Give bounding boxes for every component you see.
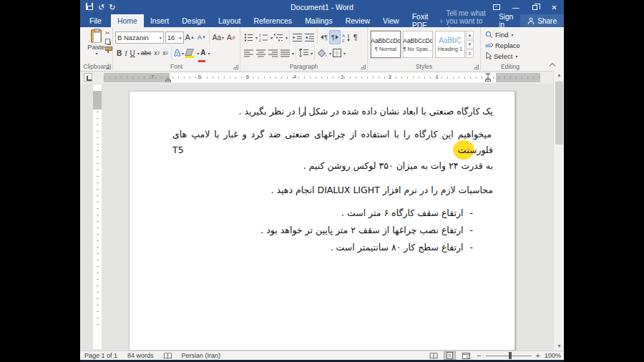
- font-size-combobox[interactable]: 16 ▾: [165, 31, 184, 44]
- styles-scroll-down-button[interactable]: ▼: [466, 40, 474, 49]
- tab-review[interactable]: Review: [339, 14, 376, 27]
- ribbon-display-options-button[interactable]: ^: [487, 0, 506, 14]
- tab-selector-button[interactable]: [84, 73, 92, 82]
- clear-formatting-button[interactable]: A: [225, 30, 238, 44]
- list-item[interactable]: -ارتفاع سقف کارگاه ۶ متر است .: [172, 205, 473, 222]
- right-indent-marker[interactable]: [485, 73, 491, 82]
- paragraph-1[interactable]: یک کارگاه صنعتی با ابعاد نشان داده شده د…: [172, 104, 493, 119]
- minimize-button[interactable]: —: [506, 0, 525, 14]
- change-case-button[interactable]: Aa▾: [211, 30, 225, 44]
- tab-design[interactable]: Design: [175, 14, 212, 27]
- highlight-button[interactable]: [184, 46, 196, 60]
- numbering-button[interactable]: 12: [258, 30, 270, 44]
- zoom-slider-thumb[interactable]: [509, 352, 512, 359]
- undo-button[interactable]: ↺▾: [98, 3, 104, 12]
- tab-home[interactable]: Home: [111, 14, 144, 27]
- scrollbar-thumb[interactable]: [555, 82, 563, 145]
- select-button[interactable]: Select▾: [483, 51, 537, 61]
- left-indent-marker[interactable]: [165, 77, 171, 82]
- style-card-no-spacing[interactable]: AaBbCcDc ¶ No Spac...: [403, 31, 433, 58]
- font-name-combobox[interactable]: B Nazanin ▾: [115, 31, 164, 44]
- paragraph-dialog-launcher[interactable]: [361, 64, 366, 69]
- web-layout-button[interactable]: [460, 351, 472, 360]
- grow-font-button[interactable]: A▲: [184, 30, 196, 44]
- styles-dialog-launcher[interactable]: [474, 64, 479, 69]
- justify-button[interactable]: [279, 46, 291, 60]
- read-mode-button[interactable]: [427, 351, 439, 360]
- restore-button[interactable]: [525, 0, 545, 14]
- scroll-up-button[interactable]: ▲: [554, 70, 565, 79]
- redo-button[interactable]: ↻: [109, 3, 115, 12]
- proofing-book-icon[interactable]: [164, 353, 172, 359]
- vertical-ruler[interactable]: [93, 84, 102, 349]
- print-layout-button[interactable]: [444, 351, 456, 360]
- word-count-label[interactable]: 84 words: [127, 352, 154, 359]
- replace-button[interactable]: ab Replace: [483, 40, 537, 50]
- copy-button[interactable]: [105, 39, 110, 44]
- sort-button[interactable]: AZ: [341, 30, 352, 44]
- paragraph-2-line-1[interactable]: میخواهیم این کارگاه را با استفاده از چرا…: [172, 127, 493, 158]
- line-spacing-button[interactable]: [298, 46, 310, 60]
- share-button[interactable]: Share: [520, 14, 564, 27]
- tell-me-box[interactable]: Tell me what you want to do...: [434, 14, 492, 27]
- tab-insert[interactable]: Insert: [144, 14, 175, 27]
- sign-in-button[interactable]: Sign in: [492, 14, 520, 27]
- increase-indent-button[interactable]: [303, 30, 316, 44]
- shading-button[interactable]: [316, 46, 328, 60]
- list-item[interactable]: -ارتفاع نصب چراغها از سقف ۲ متر پایین تر…: [172, 222, 473, 239]
- paragraph-3[interactable]: محاسبات لازم را در نرم افزار DIALUX LIGH…: [172, 182, 493, 198]
- bullets-button[interactable]: [243, 30, 255, 44]
- strikethrough-button[interactable]: abc: [140, 46, 153, 60]
- find-button[interactable]: Find▾: [483, 29, 537, 39]
- align-right-button[interactable]: [267, 46, 279, 60]
- tab-layout[interactable]: Layout: [212, 14, 248, 27]
- superscript-button[interactable]: x2: [161, 46, 170, 60]
- zoom-out-button[interactable]: −: [477, 352, 481, 359]
- vertical-scrollbar[interactable]: ▲ ▼: [553, 70, 564, 351]
- show-formatting-marks-button[interactable]: ¶: [352, 30, 359, 44]
- shrink-font-button[interactable]: A▼: [196, 30, 208, 44]
- zoom-in-button[interactable]: +: [536, 352, 540, 359]
- borders-button[interactable]: [331, 46, 343, 60]
- rtl-direction-button[interactable]: ¶: [329, 30, 341, 44]
- tab-view[interactable]: View: [376, 14, 406, 27]
- cut-button[interactable]: ✂: [105, 30, 112, 36]
- decrease-indent-button[interactable]: [291, 30, 303, 44]
- language-label[interactable]: Persian (Iran): [182, 352, 221, 359]
- tab-mailings[interactable]: Mailings: [298, 14, 339, 27]
- tab-references[interactable]: References: [247, 14, 298, 27]
- font-dialog-launcher[interactable]: [233, 64, 238, 69]
- style-card-normal[interactable]: AaBbCcDc ¶ Normal: [371, 31, 401, 58]
- align-center-button[interactable]: [255, 46, 267, 60]
- underline-button[interactable]: U: [129, 46, 137, 60]
- styles-scroll-up-button[interactable]: ▲: [466, 31, 474, 39]
- horizontal-ruler[interactable]: 7 6 5 4 3 2 1: [104, 73, 540, 82]
- format-painter-button[interactable]: [105, 47, 112, 53]
- numbering-icon: 12: [259, 33, 268, 42]
- highlighted-word: فلورسنت: [458, 145, 493, 155]
- ltr-direction-button[interactable]: ¶: [319, 30, 329, 44]
- style-card-heading1[interactable]: AaBbC Heading 1: [435, 31, 465, 58]
- scroll-down-button[interactable]: ▼: [554, 341, 565, 351]
- italic-button[interactable]: I: [123, 46, 128, 60]
- paragraph-2-line-2[interactable]: به قدرت ۲۴ وات به میزان ۳۵۰ لوکس روشن کن…: [172, 158, 493, 174]
- collapse-ribbon-button[interactable]: [550, 62, 555, 68]
- text-effects-button[interactable]: A: [173, 46, 181, 60]
- save-button[interactable]: [86, 3, 93, 11]
- tab-foxit-pdf[interactable]: Foxit PDF: [406, 14, 435, 27]
- styles-more-button[interactable]: ≡: [466, 49, 474, 58]
- font-color-button[interactable]: A: [199, 46, 207, 60]
- subscript-button[interactable]: x2: [152, 46, 161, 60]
- tab-file[interactable]: File: [80, 14, 111, 27]
- align-left-button[interactable]: [243, 46, 255, 60]
- bold-button[interactable]: B: [115, 46, 123, 60]
- paste-button[interactable]: Paste ▾: [86, 29, 107, 56]
- document-page[interactable]: یک کارگاه صنعتی با ابعاد نشان داده شده د…: [129, 91, 515, 351]
- clipboard-dialog-launcher[interactable]: [106, 64, 111, 69]
- list-item[interactable]: -ارتفاع سطح کار ۸۰ سانتیمتر است .: [172, 239, 473, 256]
- multilevel-list-button[interactable]: [273, 30, 285, 44]
- close-button[interactable]: ✕: [545, 0, 564, 14]
- page-count-label[interactable]: Page 1 of 1: [84, 352, 117, 359]
- zoom-level-label[interactable]: 100%: [545, 352, 561, 359]
- zoom-slider[interactable]: [486, 351, 532, 360]
